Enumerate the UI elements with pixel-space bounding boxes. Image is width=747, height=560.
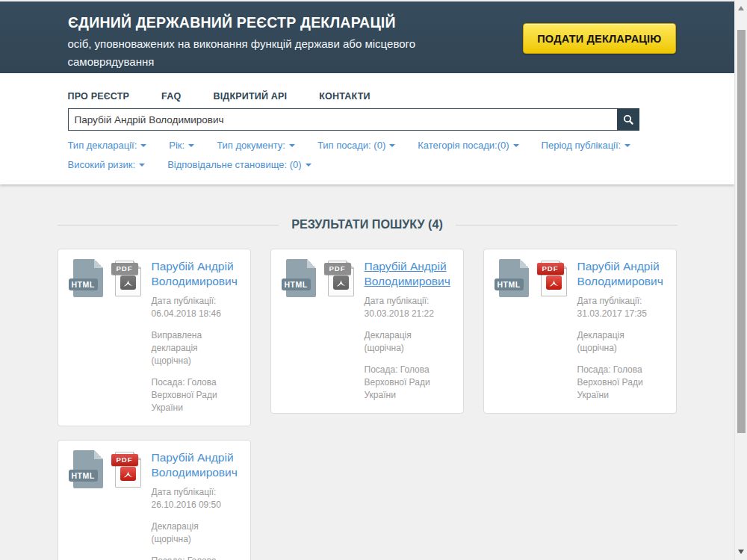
publication-date: Дата публікації: 31.03.2017 17:35 [577, 295, 666, 320]
divider-line [456, 225, 677, 225]
pdf-document-icon[interactable]: PDF [111, 450, 144, 490]
filter-responsible-position[interactable]: Відповідальне становище: (0) [167, 159, 311, 170]
page: ЄДИНИЙ ДЕРЖАВНИЙ РЕЄСТР ДЕКЛАРАЦІЙ осіб,… [0, 0, 747, 560]
declaration-type: Декларація (щорічна) [577, 329, 666, 355]
caret-down-icon [289, 144, 295, 147]
declarant-name-link[interactable]: Парубій Андрій Володимирович [365, 259, 453, 289]
filter-high-risk[interactable]: Високий ризик: [68, 159, 146, 170]
result-card: HTML PDF Парубій Андрій Володимирови [58, 440, 251, 560]
html-document-icon[interactable]: HTML [282, 259, 316, 297]
caret-down-icon [140, 144, 146, 147]
html-document-icon[interactable]: HTML [69, 450, 103, 488]
declaration-type: Виправлена декларація (щорічна) [152, 329, 240, 367]
caret-down-icon [513, 144, 519, 147]
site-subtitle: осіб, уповноважених на виконання функцій… [68, 35, 445, 71]
declaration-type: Декларація (щорічна) [152, 520, 240, 546]
pdf-document-icon[interactable]: PDF [537, 259, 570, 299]
brand-block: ЄДИНИЙ ДЕРЖАВНИЙ РЕЄСТР ДЕКЛАРАЦІЙ осіб,… [68, 1, 445, 71]
filter-position-category[interactable]: Категорія посади:(0) [418, 140, 518, 151]
caret-down-icon [306, 164, 311, 167]
caret-down-icon [624, 144, 630, 147]
results-header: РЕЗУЛЬТАТИ ПОШУКУ (4) [58, 217, 678, 232]
publication-date: Дата публікації: 06.04.2018 18:46 [152, 295, 240, 320]
acrobat-logo-icon [120, 467, 136, 481]
acrobat-logo-icon [120, 276, 136, 290]
declarant-position: Посада: Голова Верховної Ради України [577, 364, 666, 402]
pdf-document-icon[interactable]: PDF [111, 259, 144, 299]
results-title: РЕЗУЛЬТАТИ ПОШУКУ (4) [291, 217, 442, 232]
top-band: ПРО РЕЄСТР FAQ ВІДКРИТИЙ API КОНТАКТИ [0, 73, 734, 184]
html-document-icon[interactable]: HTML [495, 259, 529, 297]
filter-bar: Тип декларації: Рік: Тип документу: Тип … [68, 140, 678, 170]
declarant-position: Посада: Голова Верховної Ради України [365, 364, 453, 402]
result-card: HTML PDF Парубій Андрій Володимирови [483, 249, 677, 414]
caret-down-icon [389, 144, 395, 147]
scrollbar-thumb[interactable] [737, 30, 746, 433]
search-icon [622, 113, 634, 125]
document-icons: HTML PDF [69, 259, 152, 414]
document-icons: HTML PDF [495, 259, 577, 402]
filter-publication-period[interactable]: Період публікації: [542, 140, 631, 151]
site-title: ЄДИНИЙ ДЕРЖАВНИЙ РЕЄСТР ДЕКЛАРАЦІЙ [68, 13, 396, 31]
content-area: ЄДИНИЙ ДЕРЖАВНИЙ РЕЄСТР ДЕКЛАРАЦІЙ осіб,… [0, 0, 734, 560]
publication-date: Дата публікації: 26.10.2016 09:50 [152, 486, 240, 511]
document-icons: HTML PDF [69, 450, 152, 560]
browser-scrollbar[interactable] [734, 0, 747, 560]
caret-down-icon [188, 144, 194, 147]
nav-item-faq[interactable]: FAQ [161, 91, 181, 102]
caret-down-icon [139, 164, 145, 167]
search-button[interactable] [617, 108, 639, 131]
declarant-position: Посада: Голова Верховної Ради України [152, 376, 240, 414]
nav-item-about-registry[interactable]: ПРО РЕЄСТР [68, 91, 130, 102]
divider-line [58, 225, 279, 225]
declarant-name-link[interactable]: Парубій Андрій Володимирович [577, 259, 666, 289]
filter-year[interactable]: Рік: [169, 140, 194, 151]
site-header: ЄДИНИЙ ДЕРЖАВНИЙ РЕЄСТР ДЕКЛАРАЦІЙ осіб,… [0, 1, 734, 73]
scrollbar-up-arrow-icon[interactable] [738, 6, 744, 10]
html-document-icon[interactable]: HTML [69, 259, 103, 297]
pdf-document-icon[interactable]: PDF [324, 259, 357, 299]
declarant-name-link[interactable]: Парубій Андрій Володимирович [152, 450, 240, 480]
result-card: HTML PDF Парубій Андрій Володимирови [270, 249, 464, 414]
acrobat-logo-icon [333, 276, 349, 290]
filter-document-type[interactable]: Тип документу: [217, 140, 295, 151]
document-icons: HTML PDF [282, 259, 365, 402]
acrobat-logo-icon [546, 276, 562, 290]
declaration-type: Декларація (щорічна) [365, 329, 453, 355]
filter-position-type[interactable]: Тип посади: (0) [317, 140, 395, 151]
submit-declaration-button[interactable]: ПОДАТИ ДЕКЛАРАЦІЮ [523, 23, 675, 54]
search-input[interactable] [68, 108, 617, 131]
declarant-position: Посада: Голова Верховної Ради України [152, 555, 240, 560]
main-nav: ПРО РЕЄСТР FAQ ВІДКРИТИЙ API КОНТАКТИ [58, 91, 678, 102]
nav-item-contacts[interactable]: КОНТАКТИ [319, 91, 370, 102]
publication-date: Дата публікації: 30.03.2018 21:22 [365, 295, 453, 320]
scrollbar-down-arrow-icon[interactable] [738, 550, 744, 554]
nav-item-open-api[interactable]: ВІДКРИТИЙ API [213, 91, 287, 102]
declarant-name-link[interactable]: Парубій Андрій Володимирович [152, 259, 240, 289]
results-grid: HTML PDF Парубій Андрій Володимирови [58, 249, 678, 560]
filter-declaration-type[interactable]: Тип декларації: [68, 140, 147, 151]
search-bar [68, 108, 639, 131]
result-card: HTML PDF Парубій Андрій Володимирови [58, 249, 251, 426]
